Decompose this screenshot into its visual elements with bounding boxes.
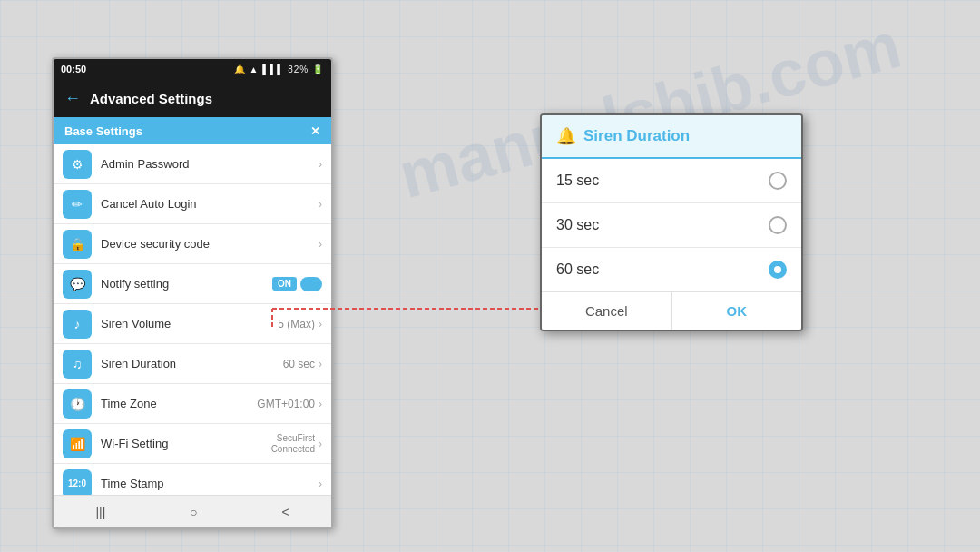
nav-home-button[interactable]: ○ <box>190 505 197 519</box>
section-label: Base Settings <box>64 124 142 138</box>
arrow-connector <box>263 300 572 345</box>
notify-setting-icon: 💬 <box>63 270 92 299</box>
siren-volume-label: Siren Volume <box>101 317 278 330</box>
status-time: 00:50 <box>61 64 86 74</box>
cancel-auto-login-icon: ✏ <box>63 190 92 219</box>
siren-duration-arrow: › <box>318 358 322 370</box>
wifi-setting-value: SecuFirstConnected <box>271 433 315 455</box>
cancel-auto-login-arrow: › <box>318 198 322 211</box>
menu-item-siren-duration[interactable]: ♫ Siren Duration 60 sec › <box>54 344 331 384</box>
menu-item-notify-setting[interactable]: 💬 Notify setting ON <box>54 264 331 304</box>
wifi-setting-icon: 📶 <box>63 429 92 458</box>
admin-password-label: Admin Password <box>101 157 318 171</box>
menu-item-cancel-auto-login[interactable]: ✏ Cancel Auto Login › <box>54 184 331 224</box>
time-stamp-icon: 12:0 <box>63 469 92 498</box>
dialog-title: Siren Duration <box>583 127 690 145</box>
nav-forward-button[interactable]: < <box>281 505 289 519</box>
device-security-arrow: › <box>318 238 322 251</box>
siren-duration-icon: ♫ <box>63 350 92 379</box>
device-security-icon: 🔒 <box>63 230 92 259</box>
page-title: Advanced Settings <box>90 91 212 106</box>
device-security-label: Device security code <box>101 237 318 251</box>
radio-inner-dot <box>774 266 781 273</box>
dialog-option-15sec[interactable]: 15 sec <box>542 159 801 203</box>
menu-item-device-security-code[interactable]: 🔒 Device security code › <box>54 224 331 264</box>
notify-toggle[interactable]: ON <box>272 277 297 291</box>
section-close-icon[interactable]: ✕ <box>310 124 320 138</box>
menu-item-admin-password[interactable]: ⚙ Admin Password › <box>54 144 331 184</box>
admin-password-icon: ⚙ <box>63 150 92 179</box>
siren-volume-icon: ♪ <box>63 310 92 339</box>
notify-setting-label: Notify setting <box>101 277 272 291</box>
time-zone-arrow: › <box>318 398 322 410</box>
menu-item-time-zone[interactable]: 🕐 Time Zone GMT+01:00 › <box>54 384 331 424</box>
time-zone-label: Time Zone <box>101 397 257 410</box>
phone-frame: 00:50 🔔 ▲ ▌▌▌ 82% 🔋 ← Advanced Settings … <box>52 57 333 529</box>
dialog-option-30sec[interactable]: 30 sec <box>542 203 801 248</box>
dialog-ok-button[interactable]: OK <box>672 292 802 330</box>
time-zone-value: GMT+01:00 <box>257 398 315 410</box>
toggle-switch[interactable] <box>300 277 322 291</box>
status-bar: 00:50 🔔 ▲ ▌▌▌ 82% 🔋 <box>54 59 331 79</box>
option-15sec-label: 15 sec <box>556 172 769 189</box>
option-15sec-radio[interactable] <box>769 172 787 190</box>
option-60sec-label: 60 sec <box>556 261 769 278</box>
admin-password-arrow: › <box>318 158 322 171</box>
dialog-footer: Cancel OK <box>542 291 801 330</box>
time-stamp-arrow: › <box>318 478 322 490</box>
back-button[interactable]: ← <box>64 89 81 108</box>
dialog-cancel-button[interactable]: Cancel <box>542 292 671 330</box>
navigation-bar: ||| ○ < <box>54 495 331 527</box>
option-30sec-label: 30 sec <box>556 217 769 233</box>
siren-duration-value: 60 sec <box>283 358 315 370</box>
menu-item-wifi-setting[interactable]: 📶 Wi-Fi Setting SecuFirstConnected › <box>54 424 331 464</box>
dialog-option-60sec[interactable]: 60 sec <box>542 248 801 291</box>
option-60sec-radio[interactable] <box>769 261 787 279</box>
cancel-auto-login-label: Cancel Auto Login <box>101 197 318 211</box>
wifi-setting-label: Wi-Fi Setting <box>101 437 271 450</box>
siren-duration-label: Siren Duration <box>101 357 283 370</box>
status-icons: 🔔 ▲ ▌▌▌ 82% 🔋 <box>234 64 324 74</box>
dialog-header-icon: 🔔 <box>556 126 576 146</box>
option-30sec-radio[interactable] <box>769 216 787 234</box>
time-stamp-label: Time Stamp <box>101 477 318 490</box>
dialog-header: 🔔 Siren Duration <box>542 115 801 159</box>
nav-back-button[interactable]: ||| <box>95 505 105 519</box>
section-header: Base Settings ✕ <box>54 117 331 144</box>
siren-duration-dialog: 🔔 Siren Duration 15 sec 30 sec 60 sec Ca… <box>540 113 803 331</box>
wifi-setting-arrow: › <box>318 438 322 450</box>
time-zone-icon: 🕐 <box>63 389 92 419</box>
app-header: ← Advanced Settings <box>54 79 331 117</box>
